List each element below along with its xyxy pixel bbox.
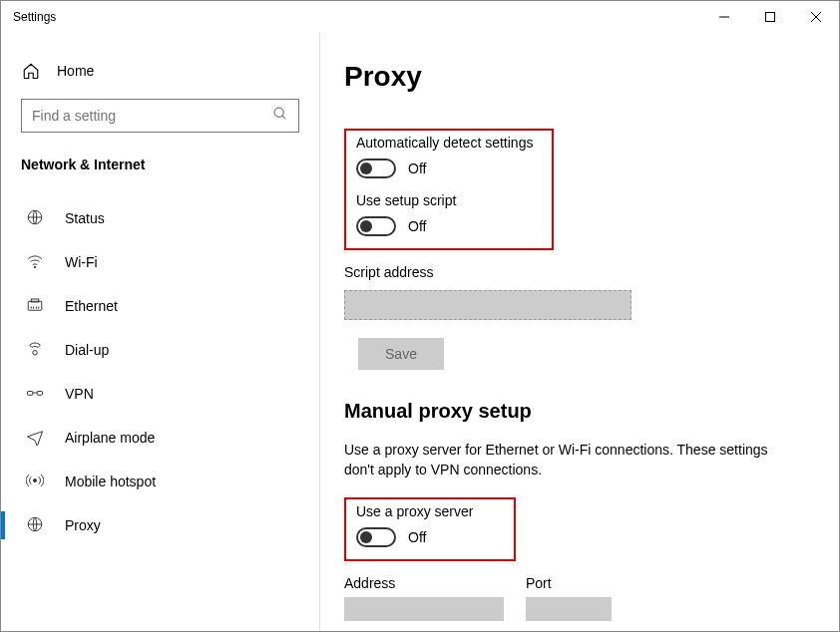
port-label: Port (526, 575, 612, 591)
sidebar-item-label: Wi-Fi (65, 254, 98, 270)
highlight-box-proxy: Use a proxy server Off (344, 497, 516, 561)
wifi-icon (25, 252, 45, 273)
window-title: Settings (13, 10, 56, 24)
sidebar-item-label: VPN (65, 386, 94, 402)
sidebar-item-hotspot[interactable]: Mobile hotspot (21, 460, 299, 503)
address-input[interactable] (344, 597, 504, 621)
script-address-input[interactable] (344, 290, 631, 320)
use-proxy-label: Use a proxy server (356, 503, 504, 519)
search-box[interactable] (21, 99, 299, 133)
home-icon (21, 61, 41, 81)
sidebar-item-proxy[interactable]: Proxy (21, 503, 299, 547)
setup-script-state: Off (408, 218, 426, 234)
sidebar-item-label: Dial-up (65, 342, 109, 358)
setup-script-toggle[interactable] (356, 216, 396, 236)
auto-detect-state: Off (408, 160, 426, 176)
section-title: Network & Internet (21, 157, 299, 172)
sidebar-item-vpn[interactable]: VPN (21, 372, 299, 416)
sidebar-item-label: Mobile hotspot (65, 474, 156, 489)
ethernet-icon (25, 296, 45, 317)
maximize-button[interactable] (747, 1, 793, 33)
sidebar-item-status[interactable]: Status (21, 196, 299, 240)
svg-point-14 (33, 350, 38, 355)
svg-rect-15 (28, 391, 33, 395)
setup-script-label: Use setup script (356, 192, 542, 208)
sidebar-item-label: Ethernet (65, 298, 118, 314)
airplane-icon (25, 428, 45, 449)
save-button[interactable]: Save (358, 338, 444, 370)
sidebar: Home Network & Internet Status Wi-Fi Eth… (1, 33, 320, 632)
sidebar-item-dialup[interactable]: Dial-up (21, 328, 299, 372)
address-label: Address (344, 575, 504, 591)
proxy-icon (25, 515, 45, 536)
status-icon (25, 208, 45, 229)
highlight-box-auto: Automatically detect settings Off Use se… (344, 129, 554, 250)
auto-detect-label: Automatically detect settings (356, 135, 542, 151)
svg-point-18 (34, 478, 37, 481)
content-panel: Proxy Automatically detect settings Off … (320, 33, 839, 632)
svg-rect-8 (28, 301, 42, 310)
minimize-button[interactable] (701, 1, 747, 33)
auto-detect-toggle[interactable] (356, 158, 396, 178)
script-address-label: Script address (344, 264, 815, 280)
page-title: Proxy (344, 61, 815, 93)
sidebar-item-label: Status (65, 210, 105, 226)
svg-point-4 (274, 108, 283, 117)
home-link[interactable]: Home (21, 61, 299, 81)
search-input[interactable] (32, 108, 272, 124)
dialup-icon (25, 340, 45, 361)
svg-rect-1 (766, 13, 775, 22)
sidebar-item-airplane[interactable]: Airplane mode (21, 416, 299, 460)
manual-description: Use a proxy server for Ethernet or Wi-Fi… (344, 441, 783, 479)
close-button[interactable] (793, 1, 839, 33)
search-icon (272, 106, 288, 126)
vpn-icon (25, 384, 45, 405)
sidebar-item-label: Airplane mode (65, 430, 155, 446)
use-proxy-toggle[interactable] (356, 527, 396, 547)
sidebar-item-label: Proxy (65, 517, 101, 533)
svg-rect-9 (31, 299, 39, 302)
use-proxy-state: Off (408, 529, 426, 545)
sidebar-item-ethernet[interactable]: Ethernet (21, 284, 299, 328)
titlebar: Settings (1, 1, 839, 33)
sidebar-item-wifi[interactable]: Wi-Fi (21, 240, 299, 284)
port-input[interactable] (526, 597, 612, 621)
svg-rect-16 (37, 391, 42, 395)
svg-line-5 (282, 116, 285, 119)
hotspot-icon (25, 472, 45, 492)
home-label: Home (57, 63, 94, 79)
svg-point-7 (34, 266, 36, 268)
manual-heading: Manual proxy setup (344, 400, 815, 423)
